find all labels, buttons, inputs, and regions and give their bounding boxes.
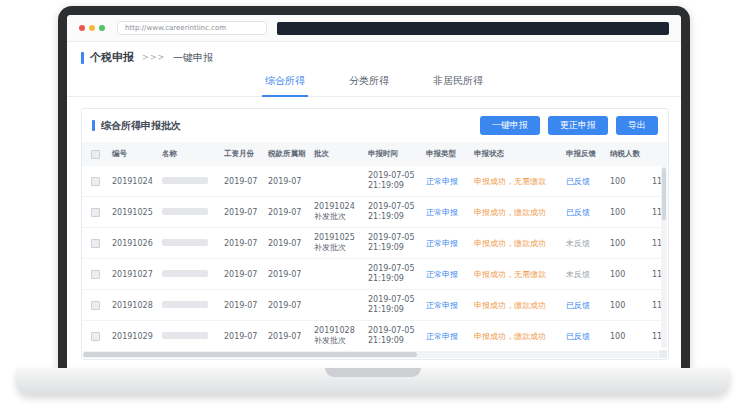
cell-salary-month: 2019-07 [220, 259, 264, 290]
cell-batch-id: 20191025 [108, 197, 158, 228]
column-header: 批次 [310, 142, 364, 166]
page-header: 个税申报 >>> 一键申报 [67, 42, 681, 71]
cell-declare-time: 2019-07-0521:19:09 [364, 197, 422, 228]
cell-salary-month: 2019-07 [220, 228, 264, 259]
table-row: 201910252019-072019-0720191024补发批次2019-0… [82, 197, 668, 228]
table-body: 201910242019-072019-072019-07-0521:19:09… [82, 166, 668, 351]
redacted-name-placeholder [162, 332, 208, 339]
browser-toolbar-strip [277, 22, 669, 35]
select-all-checkbox[interactable] [91, 150, 100, 159]
cell-declare-time: 2019-07-0521:19:09 [364, 228, 422, 259]
cell-declare-type: 正常申报 [422, 259, 470, 290]
correct-declare-button[interactable]: 更正申报 [548, 116, 608, 135]
window-maximize-dot-icon[interactable] [99, 25, 105, 31]
vertical-scrollbar-thumb[interactable] [662, 168, 666, 220]
cell-tax-period: 2019-07 [264, 228, 310, 259]
cell-taxpayer-count: 100 [606, 290, 648, 321]
cell-taxpayer-count: 100 [606, 166, 648, 197]
cell-declare-status: 申报成功，缴款成功 [470, 290, 562, 321]
laptop-base-notch [325, 368, 421, 377]
vertical-scrollbar[interactable] [661, 166, 667, 348]
cell-batch-id: 20191027 [108, 259, 158, 290]
cell-declare-time: 2019-07-0521:19:09 [364, 166, 422, 197]
cell-feedback: 已反馈 [562, 197, 606, 228]
row-checkbox[interactable] [91, 239, 100, 248]
cell-supplement-batch [310, 166, 364, 197]
cell-declare-time: 2019-07-0521:19:09 [364, 259, 422, 290]
scrollbar-corner [659, 350, 667, 358]
cell-salary-month: 2019-07 [220, 166, 264, 197]
column-header: 工资月份 [220, 142, 264, 166]
cell-supplement-batch: 20191028补发批次 [310, 321, 364, 352]
panel-accent-bar [92, 120, 95, 131]
title-accent-bar [81, 52, 84, 64]
horizontal-scrollbar[interactable] [83, 351, 658, 358]
cell-feedback: 未反馈 [562, 259, 606, 290]
export-button[interactable]: 导出 [616, 116, 658, 135]
cell-taxpayer-count: 100 [606, 197, 648, 228]
column-header: 编号 [108, 142, 158, 166]
redacted-name-placeholder [162, 208, 208, 215]
table-row: 201910242019-072019-072019-07-0521:19:09… [82, 166, 668, 197]
cell-declare-type: 正常申报 [422, 290, 470, 321]
row-checkbox[interactable] [91, 208, 100, 217]
cell-name [158, 290, 220, 321]
cell-name [158, 259, 220, 290]
tab-comprehensive-income[interactable]: 综合所得 [262, 71, 308, 97]
table-row: 201910282019-072019-072019-07-0521:19:09… [82, 290, 668, 321]
breadcrumb-separator: >>> [142, 53, 165, 62]
cell-salary-month: 2019-07 [220, 197, 264, 228]
window-close-dot-icon[interactable] [79, 25, 85, 31]
cell-feedback: 未反馈 [562, 228, 606, 259]
tab-classified-income[interactable]: 分类所得 [346, 71, 392, 96]
row-checkbox[interactable] [91, 301, 100, 310]
row-checkbox[interactable] [91, 177, 100, 186]
cell-salary-month: 2019-07 [220, 290, 264, 321]
column-header: 申报状态 [470, 142, 562, 166]
cell-batch-id: 20191026 [108, 228, 158, 259]
browser-chrome: http://www.careerintlinc.com [67, 15, 681, 42]
cell-supplement-batch: 20191025补发批次 [310, 228, 364, 259]
cell-feedback: 已反馈 [562, 290, 606, 321]
cell-declare-status: 申报成功，缴款成功 [470, 228, 562, 259]
address-bar[interactable]: http://www.careerintlinc.com [117, 21, 267, 35]
cell-tax-period: 2019-07 [264, 259, 310, 290]
redacted-name-placeholder [162, 177, 208, 184]
cell-supplement-batch [310, 290, 364, 321]
cell-batch-id: 20191028 [108, 290, 158, 321]
window-minimize-dot-icon[interactable] [89, 25, 95, 31]
tab-nonresident-income[interactable]: 非居民所得 [430, 71, 486, 96]
panel-title: 综合所得申报批次 [101, 119, 181, 133]
redacted-name-placeholder [162, 239, 208, 246]
cell-declare-status: 申报成功，无需缴款 [470, 259, 562, 290]
cell-supplement-batch [310, 259, 364, 290]
cell-tax-period: 2019-07 [264, 290, 310, 321]
table-area: 编号名称工资月份税款所属期批次申报时间申报类型申报状态申报反馈纳税人数 2019… [82, 142, 668, 351]
row-checkbox[interactable] [91, 332, 100, 341]
panel-actions: 一键申报更正申报导出 [480, 116, 658, 135]
horizontal-scrollbar-thumb[interactable] [83, 352, 417, 357]
batch-panel: 综合所得申报批次 一键申报更正申报导出 编号名称工资月份税款所属期批次申报时间申… [81, 108, 669, 360]
cell-batch-id: 20191029 [108, 321, 158, 352]
cell-tax-period: 2019-07 [264, 166, 310, 197]
cell-taxpayer-count: 100 [606, 321, 648, 352]
table-row: 201910272019-072019-072019-07-0521:19:09… [82, 259, 668, 290]
cell-declare-type: 正常申报 [422, 197, 470, 228]
cell-declare-time: 2019-07-0521:19:09 [364, 290, 422, 321]
laptop-base [16, 368, 730, 395]
page-title: 个税申报 [90, 50, 134, 65]
table-head-row: 编号名称工资月份税款所属期批次申报时间申报类型申报状态申报反馈纳税人数 [82, 142, 668, 166]
one-click-declare-button[interactable]: 一键申报 [480, 116, 540, 135]
cell-declare-type: 正常申报 [422, 166, 470, 197]
page-content: 个税申报 >>> 一键申报 综合所得分类所得非居民所得 综合所得申报批次 一键申… [67, 42, 681, 368]
cell-taxpayer-count: 100 [606, 259, 648, 290]
column-header: 纳税人数 [606, 142, 648, 166]
cell-declare-status: 申报成功，缴款成功 [470, 197, 562, 228]
cell-taxpayer-count: 100 [606, 228, 648, 259]
laptop-screen-bezel: http://www.careerintlinc.com 个税申报 >>> 一键… [58, 6, 690, 368]
panel-header: 综合所得申报批次 一键申报更正申报导出 [82, 109, 668, 142]
row-checkbox[interactable] [91, 270, 100, 279]
cell-batch-id: 20191024 [108, 166, 158, 197]
cell-supplement-batch: 20191024补发批次 [310, 197, 364, 228]
table-row: 201910292019-072019-0720191028补发批次2019-0… [82, 321, 668, 352]
